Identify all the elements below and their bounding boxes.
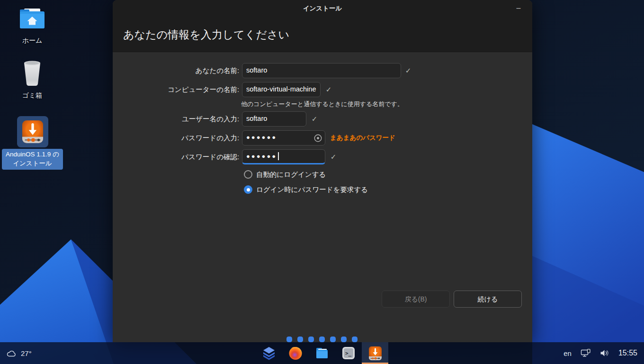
taskbar: 27° xyxy=(0,342,644,364)
name-input[interactable]: softaro xyxy=(242,63,401,78)
trash-icon xyxy=(21,60,43,87)
progress-dot xyxy=(319,337,325,342)
desktop-icon-label: ホーム xyxy=(11,36,53,45)
computer-value: softaro-virtual-machine xyxy=(246,85,316,93)
radio-require-password[interactable]: ログイン時にパスワードを要求する xyxy=(244,185,368,194)
taskbar-app-installer[interactable] xyxy=(362,342,388,364)
window-title: インストール xyxy=(113,0,532,17)
name-value: softaro xyxy=(246,66,267,74)
minimize-button[interactable]: – xyxy=(511,0,526,17)
system-tray: en 15:55 xyxy=(564,342,637,364)
home-folder-icon xyxy=(19,8,45,32)
taskbar-app-firefox[interactable] xyxy=(282,342,309,364)
cloud-icon xyxy=(7,350,17,357)
network-display-icon[interactable] xyxy=(581,349,591,357)
confirm-input[interactable]: ●●●●●● xyxy=(242,149,325,164)
window-header: インストール – あなたの情報を入力してください xyxy=(113,0,532,52)
desktop-icon-label: ゴミ箱 xyxy=(11,91,53,100)
confirm-value: ●●●●●● xyxy=(246,153,277,160)
layers-stack-icon xyxy=(262,346,276,360)
password-input[interactable]: ●●●●●● xyxy=(242,130,325,146)
name-label: あなたの名前: xyxy=(113,63,239,78)
installer-label-line2: インストール xyxy=(3,159,62,168)
back-button[interactable]: 戻る(B) xyxy=(382,291,450,308)
installer-icon xyxy=(20,119,45,145)
desktop: ホーム ゴミ箱 xyxy=(0,0,644,364)
progress-dot xyxy=(330,337,336,342)
taskbar-app-files[interactable] xyxy=(309,342,335,364)
text-cursor xyxy=(278,152,279,160)
progress-dot xyxy=(308,337,314,342)
radio-auto-login[interactable]: 自動的にログインする xyxy=(244,170,326,179)
username-label: ユーザー名の入力: xyxy=(113,111,239,127)
weather-temp: 27° xyxy=(21,349,32,357)
progress-dot xyxy=(297,337,303,342)
progress-dot xyxy=(352,337,358,342)
radio-require-password-label: ログイン時にパスワードを要求する xyxy=(256,185,368,194)
volume-icon[interactable] xyxy=(600,349,609,357)
taskbar-app-terminal[interactable]: >_ xyxy=(335,342,362,364)
progress-dot xyxy=(286,337,292,342)
keyboard-layout-indicator[interactable]: en xyxy=(564,349,572,357)
page-title: あなたの情報を入力してください xyxy=(123,27,289,42)
taskbar-app-launcher[interactable] xyxy=(256,342,282,364)
desktop-icon-installer[interactable] xyxy=(17,116,48,147)
desktop-icon-trash[interactable]: ゴミ箱 xyxy=(11,60,53,100)
titlebar[interactable]: インストール – xyxy=(113,0,532,17)
name-valid-check-icon: ✓ xyxy=(403,63,413,78)
radio-circle-selected-icon[interactable] xyxy=(244,185,252,194)
computer-help-text: 他のコンピューターと通信するときに使用する名前です。 xyxy=(241,100,403,109)
folder-icon xyxy=(315,346,329,360)
radio-auto-login-label: 自動的にログインする xyxy=(256,170,326,179)
progress-dots xyxy=(286,337,358,342)
taskbar-apps: >_ xyxy=(256,342,388,364)
clock[interactable]: 15:55 xyxy=(618,349,637,357)
password-strength-text: まあまあのパスワード xyxy=(330,130,395,146)
progress-dot xyxy=(341,337,347,342)
reveal-password-eye-icon[interactable] xyxy=(313,134,322,143)
desktop-icon-installer-label[interactable]: AnduinOS 1.1.9 の インストール xyxy=(2,149,63,170)
svg-text:>_: >_ xyxy=(345,350,352,356)
weather-widget[interactable]: 27° xyxy=(7,342,32,364)
username-valid-check-icon: ✓ xyxy=(310,111,319,127)
radio-circle-icon[interactable] xyxy=(244,170,252,179)
username-value: softaro xyxy=(246,115,267,122)
confirm-valid-check-icon: ✓ xyxy=(329,149,338,164)
computer-valid-check-icon: ✓ xyxy=(324,82,333,97)
confirm-label: パスワードの確認: xyxy=(113,149,239,164)
computer-input[interactable]: softaro-virtual-machine xyxy=(242,82,321,97)
continue-button[interactable]: 続ける xyxy=(454,291,522,308)
password-value: ●●●●●● xyxy=(246,134,277,141)
terminal-icon: >_ xyxy=(341,346,356,360)
desktop-icon-home[interactable]: ホーム xyxy=(11,8,53,45)
computer-label: コンピューターの名前: xyxy=(113,82,239,97)
installer-window: インストール – あなたの情報を入力してください あなたの名前: softaro… xyxy=(113,0,532,342)
installer-label-line1: AnduinOS 1.1.9 の xyxy=(3,150,62,159)
username-input[interactable]: softaro xyxy=(242,111,306,127)
password-label: パスワードの入力: xyxy=(113,130,239,146)
firefox-icon xyxy=(288,346,303,360)
installer-icon xyxy=(367,346,383,361)
